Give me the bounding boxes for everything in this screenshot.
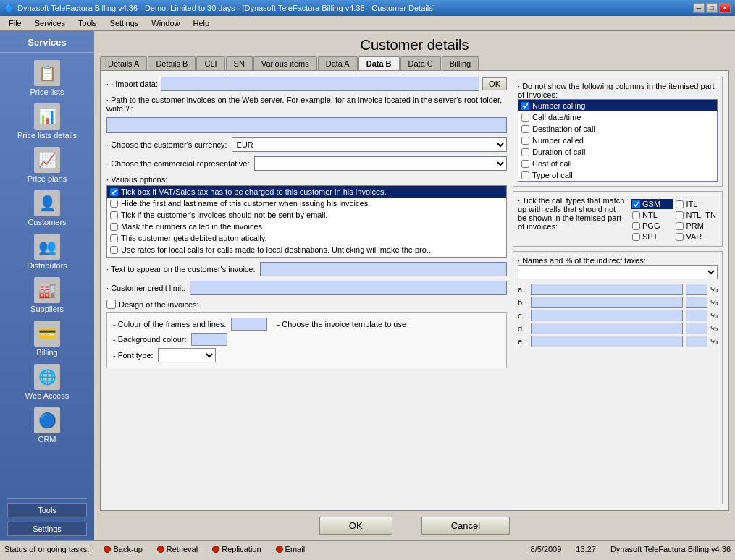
tax-pct-3[interactable] xyxy=(686,323,707,334)
column-item-2[interactable]: Destination of call xyxy=(518,123,717,135)
menu-settings[interactable]: Settings xyxy=(104,17,145,29)
column-item-5[interactable]: Cost of call xyxy=(518,158,717,169)
checkbox-input-2[interactable] xyxy=(110,211,118,219)
column-item-3[interactable]: Number called xyxy=(518,135,717,146)
call-type-item-4[interactable]: PGG xyxy=(631,221,673,231)
price-lists-icon: 📋 xyxy=(34,60,60,86)
design-checkbox[interactable] xyxy=(106,300,116,309)
menu-help[interactable]: Help xyxy=(187,17,215,29)
checkbox-item-3[interactable]: Mask the numbers called in the invoices. xyxy=(107,221,506,232)
checkbox-item-2[interactable]: Tick if the customer's invoices should n… xyxy=(107,209,506,221)
checkbox-input-3[interactable] xyxy=(110,223,118,231)
tab-data-a[interactable]: Data A xyxy=(318,56,358,70)
sidebar-item-pricelists[interactable]: 📋 Price lists xyxy=(4,57,91,99)
credit-input[interactable] xyxy=(190,281,507,295)
status-right: 8/5/2009 13:27 Dynasoft TeleFactura Bill… xyxy=(531,545,731,553)
checkbox-item-0[interactable]: Tick box if VAT/Sales tax has to be char… xyxy=(107,186,506,198)
menu-tools[interactable]: Tools xyxy=(72,17,103,29)
tax-pct-1[interactable] xyxy=(686,297,707,308)
call-type-item-7[interactable]: VAR xyxy=(674,232,718,242)
retrieval-status: Retrieval xyxy=(157,545,198,553)
tab-sn[interactable]: SN xyxy=(226,56,253,70)
tax-pct-2[interactable] xyxy=(686,310,707,321)
sidebar-item-priceplans[interactable]: 📈 Price plans xyxy=(4,144,91,186)
import-ok-button[interactable]: OK xyxy=(482,77,507,90)
sidebar-item-pricelistsdetails[interactable]: 📊 Price lists details xyxy=(4,101,91,143)
status-app: Dynasoft TeleFactura Billing v4.36 xyxy=(610,545,731,553)
columns-section: Do not show the following columns in the… xyxy=(513,77,723,187)
sidebar-item-customers[interactable]: 👤 Customers xyxy=(4,187,91,229)
call-type-item-5[interactable]: PRM xyxy=(674,221,718,231)
status-date: 8/5/2009 xyxy=(531,545,562,553)
checkbox-input-0[interactable] xyxy=(110,188,118,196)
tax-name-3[interactable] xyxy=(531,323,683,334)
sidebar-item-distributors[interactable]: 👥 Distributors xyxy=(4,231,91,273)
sidebar-item-crm[interactable]: 🔵 CRM xyxy=(4,404,91,446)
title-bar-text: Dynasoft TeleFactura Billing v4.36 - Dem… xyxy=(17,4,435,12)
backup-status: Back-up xyxy=(104,545,142,553)
tab-various-items[interactable]: Various items xyxy=(253,56,317,70)
column-item-6[interactable]: Type of call xyxy=(518,169,717,181)
checkbox-item-5[interactable]: Use rates for local calls for calls made… xyxy=(107,244,506,255)
frame-color-box[interactable] xyxy=(231,318,267,331)
title-bar: 🔷 Dynasoft TeleFactura Billing v4.36 - D… xyxy=(0,0,735,16)
tax-pct-4[interactable] xyxy=(686,336,707,347)
sidebar-item-webaccess[interactable]: 🌐 Web Access xyxy=(4,361,91,403)
call-type-item-1[interactable]: ITL xyxy=(674,199,718,209)
retrieval-label: Retrieval xyxy=(167,545,198,553)
tax-name-4[interactable] xyxy=(531,336,683,347)
column-item-0[interactable]: Number calling xyxy=(518,100,717,111)
menu-window[interactable]: Window xyxy=(146,17,185,29)
settings-button[interactable]: Settings xyxy=(7,522,87,536)
call-type-item-0[interactable]: GSM xyxy=(631,199,673,209)
retrieval-dot xyxy=(157,546,164,553)
checkbox-item-4[interactable]: This customer gets debited automatically… xyxy=(107,232,506,244)
tab-details-b[interactable]: Details B xyxy=(148,56,196,70)
minimize-button[interactable]: ─ xyxy=(693,3,705,13)
taxes-section: Names and % of the indirect taxes: a.%b.… xyxy=(513,251,723,504)
tab-details-a[interactable]: Details A xyxy=(100,56,147,70)
checkbox-input-4[interactable] xyxy=(110,234,118,242)
text-input[interactable] xyxy=(260,262,507,276)
suppliers-icon: 🏭 xyxy=(34,277,60,303)
tab-cli[interactable]: CLI xyxy=(196,56,224,70)
cancel-button[interactable]: Cancel xyxy=(421,517,510,535)
path-input[interactable]: C:\softpedia xyxy=(106,117,507,133)
menu-file[interactable]: File xyxy=(3,17,28,29)
tab-data-c[interactable]: Data C xyxy=(400,56,441,70)
currency-select[interactable]: EUR xyxy=(232,137,507,152)
tax-name-0[interactable] xyxy=(531,284,683,295)
status-bar: Status of ongoing tasks: Back-up Retriev… xyxy=(0,540,735,556)
sidebar-item-suppliers[interactable]: 🏭 Suppliers xyxy=(4,274,91,316)
backup-label: Back-up xyxy=(113,545,142,553)
tax-dropdown[interactable] xyxy=(518,265,718,279)
close-button[interactable]: ✕ xyxy=(719,3,731,13)
call-types-desc: · Tick the call types that match up with… xyxy=(518,196,626,242)
font-type-select[interactable] xyxy=(158,348,216,362)
tab-billing[interactable]: Billing xyxy=(442,56,479,70)
tax-pct-0[interactable] xyxy=(686,284,707,295)
call-type-item-3[interactable]: NTL_TN xyxy=(674,210,718,220)
maximize-button[interactable]: □ xyxy=(706,3,718,13)
menu-services[interactable]: Services xyxy=(29,17,71,29)
checkbox-input-5[interactable] xyxy=(110,246,118,254)
tools-button[interactable]: Tools xyxy=(7,503,87,517)
tab-data-b[interactable]: Data B xyxy=(358,56,400,70)
frame-color-row: - Colour of the frames and lines: - Choo… xyxy=(113,318,500,331)
sidebar-item-billing[interactable]: 💳 Billing xyxy=(4,318,91,360)
checkbox-input-1[interactable] xyxy=(110,200,118,208)
price-lists-details-icon: 📊 xyxy=(34,103,60,130)
status-time: 13:27 xyxy=(576,545,596,553)
bg-color-box[interactable] xyxy=(191,333,227,346)
column-item-4[interactable]: Duration of call xyxy=(518,146,717,158)
rep-select[interactable] xyxy=(254,156,508,171)
call-type-item-2[interactable]: NTL xyxy=(631,210,673,220)
ok-button[interactable]: OK xyxy=(319,517,392,535)
tax-name-2[interactable] xyxy=(531,310,683,321)
import-input[interactable] xyxy=(161,77,479,91)
checkbox-item-1[interactable]: Hide the first and last name of this cus… xyxy=(107,198,506,209)
column-item-1[interactable]: Call date/time xyxy=(518,111,717,123)
tax-name-1[interactable] xyxy=(531,297,683,308)
call-type-item-6[interactable]: SPT xyxy=(631,232,673,242)
distributors-icon: 👥 xyxy=(34,234,60,260)
